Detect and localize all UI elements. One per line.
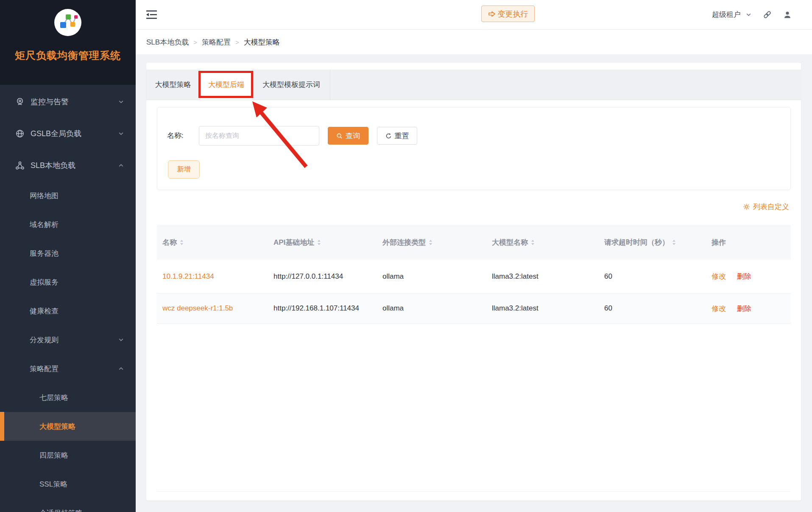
chevron-down-icon: [118, 99, 124, 104]
column-header-conn-type[interactable]: 外部连接类型: [382, 238, 492, 247]
page-content: 大模型策略 大模型后端 大模型模板提示词 名称:: [136, 54, 812, 512]
sidebar: 矩尺负载均衡管理系统 监控与告警 GSLB全局负载: [0, 0, 136, 512]
sidebar-item-label: GSLB全局负载: [31, 129, 81, 139]
breadcrumb-separator: >: [235, 39, 239, 46]
column-header-api-base[interactable]: API基础地址: [273, 238, 382, 247]
topbar-right: 超级租户: [712, 10, 812, 20]
gear-icon: [743, 203, 750, 210]
delete-link[interactable]: 删除: [737, 271, 751, 281]
sidebar-item-virtual-service[interactable]: 虚拟服务: [0, 268, 136, 297]
list-customize-link[interactable]: 列表自定义: [743, 202, 789, 212]
link-icon[interactable]: [763, 10, 772, 19]
sort-icon[interactable]: [531, 240, 535, 245]
tab-bar: 大模型策略 大模型后端 大模型模板提示词: [146, 70, 801, 100]
cell-name-link[interactable]: 10.1.9.21:11434: [162, 272, 273, 281]
cell-conn-type: ollama: [382, 304, 492, 313]
cell-api-base: http://127.0.0.1:11434: [273, 272, 382, 281]
sidebar-item-dns[interactable]: 域名解析: [0, 210, 136, 239]
menu-fold-icon[interactable]: [146, 10, 157, 20]
reset-button[interactable]: 重置: [377, 127, 417, 145]
cell-actions: 修改 删除: [712, 304, 791, 313]
breadcrumb-item[interactable]: SLB本地负载: [146, 37, 189, 47]
column-header-model-name[interactable]: 大模型名称: [492, 238, 604, 247]
breadcrumb: SLB本地负载 > 策略配置 > 大模型策略: [136, 30, 812, 54]
sidebar-item-llm-policy[interactable]: 大模型策略: [0, 412, 136, 441]
tenant-dropdown[interactable]: 超级租户: [712, 10, 751, 20]
add-button[interactable]: 新增: [168, 160, 200, 179]
search-button[interactable]: 查询: [328, 127, 368, 145]
column-header-actions: 操作: [712, 238, 791, 247]
column-header-timeout[interactable]: 请求超时时间（秒）: [604, 238, 712, 247]
chevron-up-icon: [118, 366, 124, 372]
sort-icon[interactable]: [317, 240, 321, 245]
name-search-input[interactable]: [199, 126, 319, 145]
arrow-right-outline-icon: [488, 10, 496, 18]
tab-llm-policy[interactable]: 大模型策略: [146, 70, 200, 100]
breadcrumb-separator: >: [193, 39, 197, 46]
sidebar-item-server-pool[interactable]: 服务器池: [0, 239, 136, 268]
cell-model-name: llama3.2:latest: [492, 304, 604, 313]
sidebar-item-network-map[interactable]: 网络地图: [0, 181, 136, 210]
filter-panel: 名称: 查询 重置 新增: [157, 107, 791, 190]
chevron-up-icon: [118, 162, 124, 168]
sidebar-item-dispatch-rules[interactable]: 分发规则: [0, 325, 136, 354]
app-title: 矩尺负载均衡管理系统: [15, 49, 121, 62]
sort-icon[interactable]: [180, 240, 184, 245]
edit-link[interactable]: 修改: [712, 304, 726, 313]
sidebar-menu: 监控与告警 GSLB全局负载 SLB本地负载 网络地图 域名解析 服务器池 虚: [0, 85, 136, 512]
sidebar-item-health-check[interactable]: 健康检查: [0, 297, 136, 325]
sidebar-item-gslb[interactable]: GSLB全局负载: [0, 118, 136, 149]
app-logo-icon: [54, 9, 81, 36]
cell-timeout: 60: [604, 272, 712, 281]
sidebar-item-label: SLB本地负载: [31, 160, 75, 171]
breadcrumb-item[interactable]: 策略配置: [202, 37, 231, 47]
tab-llm-backend[interactable]: 大模型后端: [200, 70, 253, 100]
cell-name-link[interactable]: wcz deepseek-r1:1.5b: [162, 304, 273, 313]
name-filter-label: 名称:: [167, 126, 184, 145]
cell-api-base: http://192.168.1.107:11434: [273, 304, 382, 313]
chevron-down-icon: [118, 131, 124, 136]
main-area: 变更执行 超级租户 SLB本地负载 > 策略配置: [136, 0, 812, 512]
edit-link[interactable]: 修改: [712, 271, 726, 281]
delete-link[interactable]: 删除: [737, 304, 751, 313]
sidebar-item-policy-config[interactable]: 策略配置: [0, 354, 136, 383]
sidebar-item-slb[interactable]: SLB本地负载: [0, 149, 136, 181]
monitor-icon: [15, 97, 25, 106]
table-header-row: 名称 API基础地址 外部连接类型 大模型名称: [157, 225, 791, 260]
search-icon: [336, 133, 343, 139]
content-card: 大模型策略 大模型后端 大模型模板提示词 名称:: [146, 63, 801, 501]
sidebar-item-l4-policy[interactable]: 四层策略: [0, 441, 136, 470]
backend-table: 名称 API基础地址 外部连接类型 大模型名称: [157, 225, 791, 324]
card-bottom-divider: [157, 491, 790, 492]
logo-block: 矩尺负载均衡管理系统: [0, 0, 136, 85]
refresh-icon: [385, 133, 392, 139]
table-row: 10.1.9.21:11434 http://127.0.0.1:11434 o…: [157, 260, 791, 294]
chevron-down-icon: [118, 337, 124, 343]
cell-actions: 修改 删除: [712, 271, 791, 281]
sidebar-item-ssl-policy[interactable]: SSL策略: [0, 470, 136, 498]
sidebar-item-l7-policy[interactable]: 七层策略: [0, 383, 136, 412]
sidebar-item-label: 监控与告警: [31, 97, 69, 107]
chevron-down-icon: [746, 12, 751, 17]
column-header-name[interactable]: 名称: [162, 238, 273, 247]
sort-icon[interactable]: [429, 240, 433, 245]
network-nodes-icon: [15, 161, 25, 170]
cell-timeout: 60: [604, 304, 712, 313]
sidebar-item-monitor-alerts[interactable]: 监控与告警: [0, 86, 136, 118]
change-execute-button[interactable]: 变更执行: [481, 6, 535, 22]
cell-model-name: llama3.2:latest: [492, 272, 604, 281]
sort-icon[interactable]: [672, 240, 676, 245]
globe-icon: [15, 129, 25, 138]
cell-conn-type: ollama: [382, 272, 492, 281]
sidebar-item-session-persist-policy[interactable]: 会话保持策略: [0, 498, 136, 512]
breadcrumb-item-current: 大模型策略: [244, 37, 280, 47]
user-icon[interactable]: [783, 11, 792, 19]
tab-llm-template-prompt[interactable]: 大模型模板提示词: [253, 70, 330, 100]
app-root: 矩尺负载均衡管理系统 监控与告警 GSLB全局负载: [0, 0, 812, 512]
table-row: wcz deepseek-r1:1.5b http://192.168.1.10…: [157, 294, 791, 324]
topbar: 变更执行 超级租户: [136, 0, 812, 30]
